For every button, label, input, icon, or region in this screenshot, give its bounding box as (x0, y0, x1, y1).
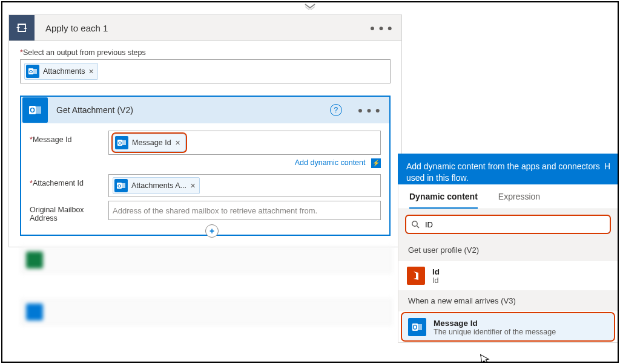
svg-text:O: O (30, 106, 35, 114)
dyn-item-id[interactable]: Id Id (398, 261, 618, 290)
attachment-id-input[interactable]: O Attachments A... ✕ (108, 174, 381, 197)
svg-text:O: O (117, 183, 121, 189)
token-attachments-a[interactable]: O Attachments A... ✕ (113, 177, 200, 194)
add-step-button[interactable]: + (205, 224, 219, 238)
section-new-email: When a new email arrives (V3) (398, 290, 618, 311)
token-label: Message Id (132, 138, 171, 147)
item-subtitle: The unique identifier of the message (434, 328, 556, 336)
dynamic-search-box[interactable] (406, 215, 610, 233)
section-get-user-profile: Get user profile (V2) (398, 239, 618, 261)
svg-line-13 (417, 226, 420, 228)
cursor-icon (480, 353, 491, 363)
svg-text:O: O (118, 140, 122, 146)
outlook-icon: O (22, 97, 48, 123)
svg-point-12 (412, 221, 417, 226)
add-dynamic-button[interactable]: ⚡ (371, 158, 381, 168)
dyn-item-message-id[interactable]: O Message Id The unique identifier of th… (402, 313, 614, 340)
more-menu-button[interactable]: ● ● ● (361, 23, 401, 33)
blurred-step-2 (21, 299, 392, 325)
item-subtitle: Id (432, 276, 440, 285)
token-remove-button[interactable]: ✕ (88, 68, 94, 76)
mailbox-label: Original Mailbox Address (30, 201, 108, 223)
attachment-id-label: *Attachement Id (30, 174, 108, 187)
output-input[interactable]: O Attachments ✕ (20, 59, 391, 83)
hide-link[interactable]: H (604, 161, 610, 172)
tab-expression[interactable]: Expression (498, 192, 540, 209)
apply-title: Apply to each 1 (35, 23, 361, 33)
token-label: Attachments (43, 67, 85, 76)
chevron-down-icon (299, 2, 321, 11)
get-attachment-card: O Get Attachment (V2) ? ● ● ● *Message I… (20, 96, 391, 236)
mailbox-input[interactable]: Address of the shared mailbox to retriev… (108, 201, 381, 220)
tab-dynamic-content[interactable]: Dynamic content (409, 192, 478, 209)
svg-rect-1 (33, 69, 37, 74)
token-message-id[interactable]: O Message Id ✕ (113, 134, 186, 152)
message-id-input[interactable]: O Message Id ✕ (108, 131, 381, 155)
item-title: Id (432, 267, 440, 276)
search-input[interactable] (425, 220, 605, 229)
svg-rect-4 (36, 106, 41, 114)
svg-rect-10 (122, 183, 125, 188)
action-header[interactable]: O Get Attachment (V2) ? ● ● ● (21, 97, 389, 123)
outlook-icon: O (115, 136, 128, 149)
outlook-icon: O (408, 318, 426, 336)
add-dynamic-row: Add dynamic content ⚡ (30, 158, 381, 168)
message-id-label: *Message Id (30, 131, 108, 144)
token-remove-button[interactable]: ✕ (175, 139, 180, 147)
item-title: Message Id (434, 319, 556, 328)
help-button[interactable]: ? (330, 104, 342, 116)
blurred-step-1 (21, 247, 392, 273)
token-remove-button[interactable]: ✕ (190, 182, 196, 190)
dynamic-content-panel: Dynamic content Expression Get user prof… (398, 184, 618, 343)
token-label: Attachments A... (131, 181, 186, 190)
apply-header[interactable]: Apply to each 1 ● ● ● (9, 15, 401, 41)
svg-rect-7 (122, 140, 126, 145)
outlook-icon: O (26, 65, 39, 78)
outlook-icon: O (114, 179, 128, 192)
loop-icon (9, 15, 35, 41)
apply-to-each-card: Apply to each 1 ● ● ● *Select an output … (8, 15, 402, 247)
add-dynamic-link[interactable]: Add dynamic content (295, 158, 366, 167)
svg-text:O: O (413, 324, 418, 331)
search-icon (411, 220, 420, 229)
output-label: *Select an output from previous steps (20, 48, 391, 57)
token-attachments[interactable]: O Attachments ✕ (24, 63, 98, 80)
action-title: Get Attachment (V2) (48, 105, 330, 115)
svg-rect-15 (418, 324, 422, 330)
office-icon (407, 267, 425, 285)
svg-text:O: O (29, 69, 33, 74)
action-more-button[interactable]: ● ● ● (349, 105, 389, 115)
